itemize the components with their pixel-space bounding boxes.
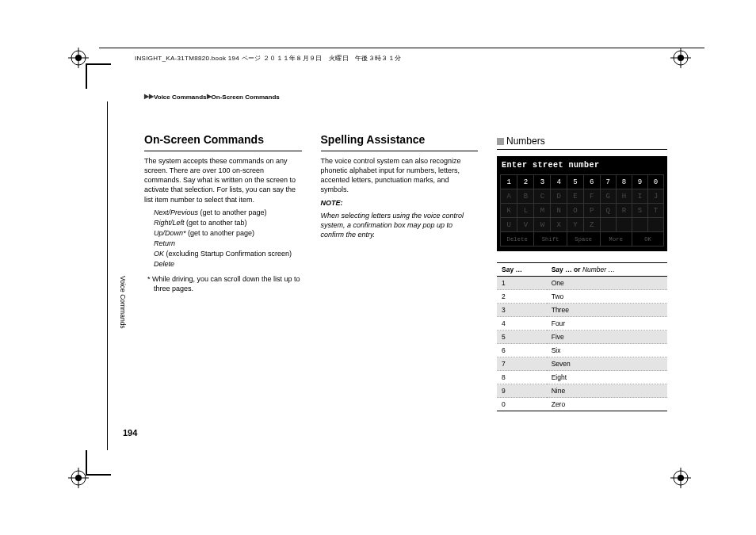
command-item: Delete xyxy=(154,259,302,269)
spelling-para: The voice control system can also recogn… xyxy=(321,156,479,195)
triangle-icon: ▶ xyxy=(207,93,212,100)
keypad-key: H xyxy=(616,189,632,204)
keypad-key: 1 xyxy=(501,175,517,189)
heading-onscreen: On-Screen Commands xyxy=(144,133,302,151)
keypad-key: V xyxy=(517,218,534,232)
cell-digit: 8 xyxy=(497,371,547,384)
command-item: Right/Left (get to another tab) xyxy=(154,218,302,228)
cell-word: Two xyxy=(547,290,667,304)
command-item: Return xyxy=(154,239,302,249)
cell-digit: 3 xyxy=(497,304,547,317)
registration-mark-icon xyxy=(670,48,691,68)
cell-word: Eight xyxy=(547,371,667,384)
breadcrumb-part: On-Screen Commands xyxy=(212,94,280,101)
section-numbers-title: Numbers xyxy=(497,136,667,150)
command-item: OK (excluding Startup Confirmation scree… xyxy=(154,249,302,259)
keypad-key: N xyxy=(551,204,567,218)
cell-word: Nine xyxy=(547,384,667,398)
keypad-key: Z xyxy=(583,218,600,232)
table-row: 4Four xyxy=(497,317,667,331)
keypad-label-key: Shift xyxy=(534,232,567,246)
footnote: * While driving, you can scroll down the… xyxy=(144,274,302,293)
keypad-key: M xyxy=(534,204,551,218)
cell-word: Four xyxy=(547,317,667,331)
keypad-key: P xyxy=(583,204,600,218)
command-item: Next/Previous (get to another page) xyxy=(154,208,302,218)
cell-digit: 4 xyxy=(497,317,547,331)
keypad-label-key: Delete xyxy=(501,232,534,246)
cell-digit: 9 xyxy=(497,384,547,398)
keypad-key: 7 xyxy=(600,175,616,189)
keypad-key: A xyxy=(501,189,517,204)
crop-corner-icon xyxy=(86,63,111,89)
keypad-key: 2 xyxy=(517,175,534,189)
intro-para: The system accepts these commands on any… xyxy=(144,156,302,204)
cell-word: Seven xyxy=(547,357,667,371)
table-row: 9Nine xyxy=(497,384,667,398)
keypad-key: 8 xyxy=(616,175,632,189)
keypad-key: D xyxy=(551,189,567,204)
keypad-key xyxy=(632,218,648,232)
keypad-key: S xyxy=(632,204,648,218)
cell-word: One xyxy=(547,277,667,290)
note-body: When selecting letters using the voice c… xyxy=(321,211,479,239)
cell-digit: 0 xyxy=(497,398,547,411)
keypad-key xyxy=(648,218,664,232)
column-numbers: Numbers Enter street number 1234567890 A… xyxy=(497,119,667,411)
keypad-key: Y xyxy=(567,218,584,232)
breadcrumb-part: Voice Commands xyxy=(154,94,207,101)
table-row: 3Three xyxy=(497,304,667,317)
keypad-screenshot: Enter street number 1234567890 ABCDEFGHI… xyxy=(497,156,667,251)
keypad-key: G xyxy=(600,189,616,204)
command-list: Next/Previous (get to another page)Right… xyxy=(144,208,302,269)
keypad-key: 9 xyxy=(632,175,648,189)
table-row: 2Two xyxy=(497,290,667,304)
top-rule xyxy=(99,48,704,48)
page-number: 194 xyxy=(123,428,137,438)
cell-word: Six xyxy=(547,344,667,357)
cell-digit: 6 xyxy=(497,344,547,357)
side-tab-label: Voice Commands xyxy=(119,276,127,329)
keypad-key: Q xyxy=(600,204,616,218)
keypad-key: I xyxy=(632,189,648,204)
keypad-key xyxy=(616,218,632,232)
keypad-key: C xyxy=(534,189,551,204)
heading-spelling: Spelling Assistance xyxy=(321,133,479,151)
keypad-key: O xyxy=(567,204,584,218)
keypad-key: R xyxy=(616,204,632,218)
table-row: 0Zero xyxy=(497,398,667,411)
keypad-key: T xyxy=(648,204,664,218)
column-onscreen-commands: On-Screen Commands The system accepts th… xyxy=(144,119,302,411)
keypad-title: Enter street number xyxy=(500,159,664,174)
cell-digit: 5 xyxy=(497,331,547,344)
cell-word: Zero xyxy=(547,398,667,411)
cell-word: Five xyxy=(547,331,667,344)
col-header-say-or: Say … or Number … xyxy=(547,263,667,277)
table-row: 1One xyxy=(497,277,667,290)
cell-digit: 7 xyxy=(497,357,547,371)
crop-corner-icon xyxy=(86,450,111,476)
keypad-key: U xyxy=(501,218,517,232)
table-row: 5Five xyxy=(497,331,667,344)
keypad-key: 3 xyxy=(534,175,551,189)
col-header-text: Say … or xyxy=(552,266,582,273)
registration-mark-icon xyxy=(670,468,691,488)
keypad-key: 4 xyxy=(551,175,567,189)
keypad-key: 0 xyxy=(648,175,664,189)
table-row: 8Eight xyxy=(497,371,667,384)
col-header-say: Say … xyxy=(497,263,547,277)
keypad-key xyxy=(600,218,616,232)
keypad-label-key: Space xyxy=(567,232,601,246)
keypad-key: 6 xyxy=(583,175,600,189)
col-header-italic: Number … xyxy=(582,266,615,273)
table-row: 7Seven xyxy=(497,357,667,371)
keypad-key: B xyxy=(517,189,534,204)
keypad-key: X xyxy=(551,218,567,232)
note-label: NOTE: xyxy=(321,198,479,208)
keypad-key: E xyxy=(567,189,584,204)
table-row: 6Six xyxy=(497,344,667,357)
cell-digit: 2 xyxy=(497,290,547,304)
keypad-key: L xyxy=(517,204,534,218)
command-item: Up/Down* (get to another page) xyxy=(154,228,302,239)
numbers-table: Say … Say … or Number … 1One2Two3Three4F… xyxy=(497,262,667,411)
